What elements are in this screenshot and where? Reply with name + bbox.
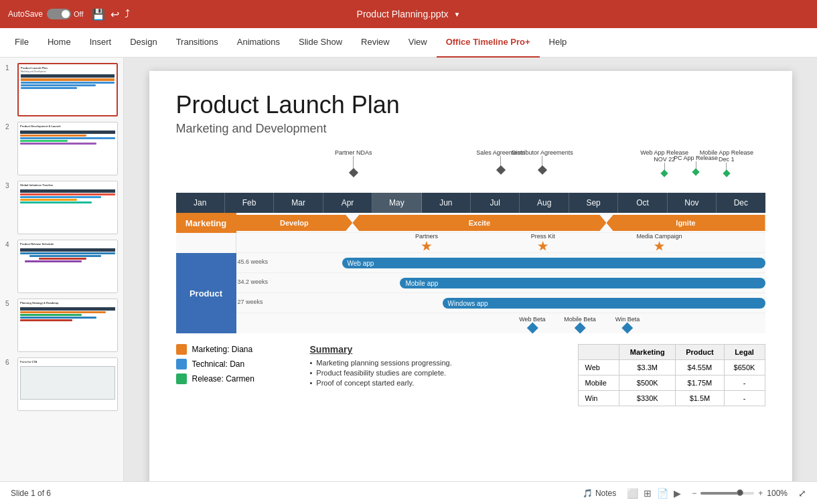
th-legal: Legal bbox=[724, 345, 765, 360]
webapp-bar: Web app bbox=[342, 258, 765, 268]
month-jan: Jan bbox=[176, 193, 225, 213]
slide-thumb-3[interactable]: 3 Global Initiatives Timeline bbox=[5, 181, 118, 234]
file-name: Product Planning.pptx bbox=[357, 9, 449, 19]
slide-num-2: 2 bbox=[5, 122, 13, 131]
slide-preview-4: Product Release Schedule bbox=[17, 240, 118, 293]
phase-develop: Develop bbox=[236, 215, 353, 231]
redo-icon[interactable]: ⤴ bbox=[125, 8, 130, 20]
status-right: 🎵 Notes ⬜ ⊞ 📄 ▶ − + 100% ⤢ bbox=[583, 488, 806, 499]
summary-section: Marketing: Diana Technical: Dan Release:… bbox=[176, 344, 765, 406]
slide-num-1: 1 bbox=[5, 63, 13, 72]
summary-table: Marketing Product Legal Web $3.3M $4.55M… bbox=[578, 344, 765, 406]
month-sep: Sep bbox=[569, 193, 618, 213]
slide-preview-1: Product Launch Plan Marketing and Develo… bbox=[17, 63, 118, 116]
slide-num-5: 5 bbox=[5, 299, 13, 307]
file-title: Product Planning.pptx ▼ bbox=[357, 9, 461, 19]
gantt-section: Marketing Develop Excite bbox=[176, 213, 765, 333]
title-bar: AutoSave Off 💾 ↩ ⤴ Product Planning.pptx… bbox=[0, 0, 817, 28]
phase-excite: Excite bbox=[352, 215, 606, 231]
slide-preview-2: Product Development & Launch bbox=[17, 122, 118, 175]
table-row-win: Win $330K $1.5M - bbox=[578, 391, 765, 406]
gantt-content-marketing-phases: Develop Excite Ignite bbox=[236, 213, 765, 233]
tab-officetimeline[interactable]: Office Timeline Pro+ bbox=[437, 28, 540, 58]
summary-item-2: • Proof of concept started early. bbox=[310, 379, 565, 387]
summary-item-1: • Product feasibility studies are comple… bbox=[310, 369, 565, 377]
gantt-row-product-milestones: Web Beta Mobile Beta Win Beta bbox=[236, 313, 765, 333]
slide-preview-6: Form for CTA bbox=[17, 357, 118, 411]
zoom-out-icon[interactable]: − bbox=[692, 489, 696, 498]
slide-thumb-5[interactable]: 5 Planning Strategy & Roadmap bbox=[5, 299, 118, 352]
milestone-mobile-app: Mobile App ReleaseDec 1 bbox=[700, 149, 753, 176]
month-feb: Feb bbox=[225, 193, 274, 213]
td-mobile-product: $1.75M bbox=[676, 375, 724, 391]
tab-transitions[interactable]: Transitions bbox=[167, 28, 228, 58]
td-mobile-marketing: $500K bbox=[619, 375, 676, 391]
zoom-knob[interactable] bbox=[737, 489, 743, 496]
tab-slideshow[interactable]: Slide Show bbox=[289, 28, 352, 58]
td-web-label: Web bbox=[578, 360, 619, 375]
notes-button[interactable]: 🎵 Notes bbox=[583, 489, 616, 498]
mobileapp-weeks-label: 34.2 weeks bbox=[238, 278, 269, 285]
autosave-toggle[interactable] bbox=[47, 9, 71, 19]
autosave-label: AutoSave bbox=[8, 9, 43, 19]
summary-text-box: Summary • Marketing planning sessions pr… bbox=[310, 344, 565, 389]
slide-panel: 1 Product Launch Plan Marketing and Deve… bbox=[0, 58, 124, 481]
milestone-partners: Partners bbox=[415, 233, 438, 252]
tab-review[interactable]: Review bbox=[352, 28, 399, 58]
fit-page-icon[interactable]: ⤢ bbox=[798, 488, 806, 499]
gantt-row-marketing-milestones: Partners Press Kit Media Campaign bbox=[176, 233, 765, 253]
tab-view[interactable]: View bbox=[399, 28, 437, 58]
gantt-label-spacer bbox=[176, 233, 236, 253]
legend-label-technical: Technical: Dan bbox=[192, 359, 245, 369]
webapp-weeks-label: 45.6 weeks bbox=[238, 258, 269, 265]
td-win-marketing: $330K bbox=[619, 391, 676, 406]
legend-marketing: Marketing: Diana bbox=[176, 344, 297, 355]
title-dropdown-arrow[interactable]: ▼ bbox=[454, 11, 461, 18]
td-web-product: $4.55M bbox=[676, 360, 724, 375]
month-nov: Nov bbox=[668, 193, 717, 213]
data-table: Marketing Product Legal Web $3.3M $4.55M… bbox=[578, 344, 765, 406]
zoom-in-icon[interactable]: + bbox=[758, 489, 763, 498]
tab-help[interactable]: Help bbox=[540, 28, 577, 58]
slide-thumb-4[interactable]: 4 Product Release Schedule bbox=[5, 240, 118, 293]
legend-color-release bbox=[176, 373, 187, 384]
slide-sorter-icon[interactable]: ⊞ bbox=[644, 488, 652, 499]
undo-icon[interactable]: ↩ bbox=[110, 8, 119, 21]
slide-num-4: 4 bbox=[5, 240, 13, 248]
normal-view-icon[interactable]: ⬜ bbox=[627, 488, 638, 499]
save-icon[interactable]: 💾 bbox=[92, 8, 105, 21]
slide-preview-5: Planning Strategy & Roadmap bbox=[17, 299, 118, 352]
view-icons: ⬜ ⊞ 📄 ▶ bbox=[627, 488, 681, 499]
legend-technical: Technical: Dan bbox=[176, 359, 297, 369]
timeline-months-bar: Jan Feb Mar Apr May Jun Jul Aug Sep Oct … bbox=[176, 193, 765, 213]
slide-thumb-2[interactable]: 2 Product Development & Launch bbox=[5, 122, 118, 175]
tab-file[interactable]: File bbox=[5, 28, 38, 58]
zoom-control: − + 100% bbox=[692, 489, 788, 498]
td-win-product: $1.5M bbox=[676, 391, 724, 406]
summary-item-0: • Marketing planning sessions progressin… bbox=[310, 359, 565, 367]
gantt-content-marketing-milestones: Partners Press Kit Media Campaign bbox=[236, 233, 765, 253]
td-mobile-label: Mobile bbox=[578, 375, 619, 391]
tab-insert[interactable]: Insert bbox=[80, 28, 121, 58]
slide-thumb-1[interactable]: 1 Product Launch Plan Marketing and Deve… bbox=[5, 63, 118, 116]
windowsapp-bar-label: Windows app bbox=[448, 300, 488, 307]
phase-ignite: Ignite bbox=[607, 215, 765, 231]
slideshow-icon[interactable]: ▶ bbox=[674, 488, 681, 499]
milestone-labels-area: Partner NDAs Sales Agreements Distributo… bbox=[176, 149, 765, 193]
tab-animations[interactable]: Animations bbox=[228, 28, 289, 58]
ribbon: File Home Insert Design Transitions Anim… bbox=[0, 28, 817, 58]
reading-view-icon[interactable]: 📄 bbox=[657, 488, 668, 499]
th-marketing: Marketing bbox=[619, 345, 676, 360]
zoom-bar bbox=[700, 492, 754, 495]
milestone-web-beta: Web Beta bbox=[519, 316, 545, 332]
notes-icon: 🎵 bbox=[583, 489, 593, 498]
toggle-state: Off bbox=[74, 10, 83, 18]
tab-home[interactable]: Home bbox=[38, 28, 80, 58]
month-mar: Mar bbox=[274, 193, 323, 213]
tab-design[interactable]: Design bbox=[121, 28, 166, 58]
th-product: Product bbox=[676, 345, 724, 360]
milestone-partner-ndas: Partner NDAs bbox=[335, 149, 372, 176]
month-dec: Dec bbox=[717, 193, 765, 213]
slide-thumb-6[interactable]: 6 Form for CTA bbox=[5, 357, 118, 411]
gantt-content-product: 45.6 weeks Web app 34.2 weeks Mobile app bbox=[236, 253, 765, 333]
